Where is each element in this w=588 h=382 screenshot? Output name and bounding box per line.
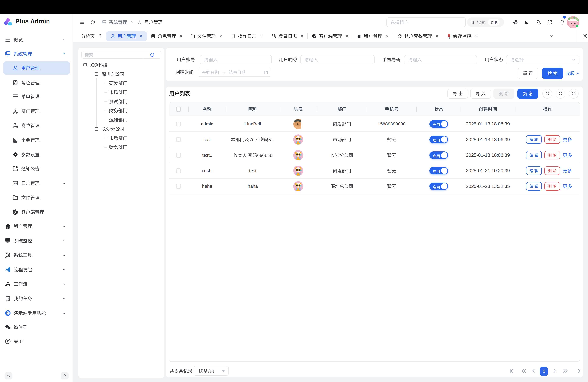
svg-text:DEV: DEV <box>14 182 17 184</box>
